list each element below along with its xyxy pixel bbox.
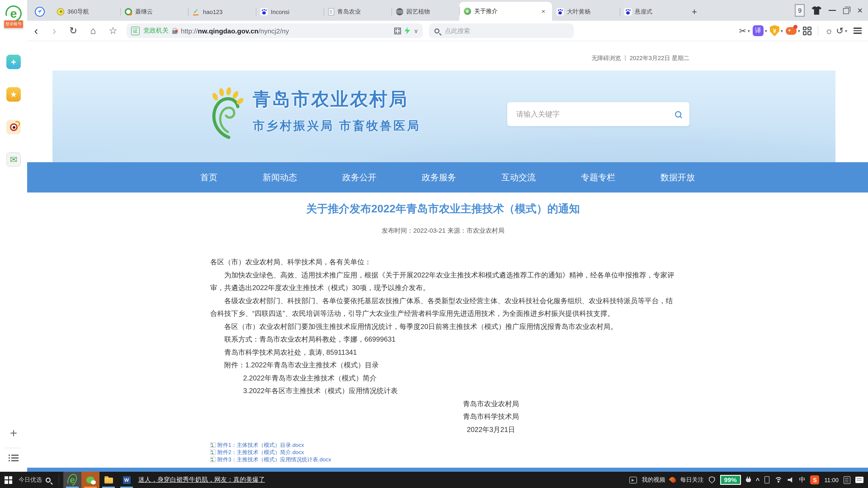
game-tool[interactable]: ▾ — [786, 27, 800, 35]
my-videos-label[interactable]: 我的视频 — [642, 476, 665, 484]
phone-link-icon[interactable] — [765, 476, 770, 484]
minimize-button[interactable] — [829, 6, 837, 14]
site-search-box[interactable] — [507, 102, 689, 126]
apps-grid-icon[interactable] — [803, 26, 811, 35]
article-paragraph: 各级农业农村部门、科技部门、各单位要依托基层农技推广体系、各类新型农业经营主体、… — [210, 294, 676, 320]
qr-code-icon[interactable] — [395, 27, 401, 34]
address-dropdown-icon[interactable]: ∨ — [414, 27, 418, 34]
bookmark-star-button[interactable]: ☆ — [103, 25, 123, 36]
notes-icon[interactable] — [844, 476, 850, 484]
site-search-input[interactable] — [515, 109, 675, 119]
tab-title: 悬崖式 — [635, 8, 683, 16]
attachment-link[interactable]: 附件2：主推技术（模式）简介.docx — [217, 449, 304, 456]
tab-favicon — [260, 8, 268, 15]
battery-widget[interactable]: 99% — [720, 475, 741, 485]
my-videos-icon[interactable]: ▶ — [629, 477, 637, 483]
sidebar-add-button[interactable]: + — [10, 426, 18, 442]
flame-icon[interactable] — [669, 476, 677, 484]
money-shield-icon: ¥ — [770, 25, 779, 36]
site-brand[interactable]: 青岛市农业农村局 市乡村振兴局 市畜牧兽医局 — [202, 87, 421, 141]
site-navbar: 首页新闻动态政务公开政务服务互动交流专题专栏数据开放 — [27, 162, 868, 193]
address-bar[interactable]: 证 党政机关 http://nw.qingdao.gov.cn/nyncj2/n… — [127, 24, 423, 38]
sidebar-list-button[interactable] — [8, 455, 19, 462]
weibo-icon[interactable] — [6, 120, 21, 134]
compass-icon — [35, 7, 45, 17]
translate-tool[interactable]: 译▾ — [753, 25, 767, 36]
attachment-link[interactable]: 附件1：主体技术（模式）目录.docx — [217, 441, 304, 449]
article-paragraph: 为加快农业绿色、高效、适用技术推广应用，根据《关于开展2022年农业主推技术和模… — [210, 269, 676, 294]
new-tab-button[interactable]: + — [688, 3, 701, 21]
browser-tab[interactable]: Inconsi — [256, 3, 324, 21]
menu-icon[interactable] — [854, 28, 862, 34]
home-button[interactable]: ⌂ — [83, 25, 103, 36]
browser-tab[interactable]: 360导航 — [53, 3, 120, 21]
restore-button[interactable] — [843, 7, 850, 14]
shopping-protect-tool[interactable]: ¥▾ — [770, 25, 783, 36]
nav-item[interactable]: 政务服务 — [422, 171, 456, 183]
taskbar-app-word[interactable]: W — [118, 472, 135, 488]
nav-item[interactable]: 政务公开 — [342, 171, 377, 183]
site-logo — [202, 87, 245, 141]
game-center-icon[interactable]: + — [6, 55, 21, 69]
power-plug-icon[interactable] — [746, 477, 751, 483]
tab-bar: 360导航 聂继云 hao123 Inconsi 青岛农业 园艺植物 — [27, 0, 868, 21]
browser-tab[interactable]: 园艺植物 — [392, 3, 459, 21]
site-search-icon[interactable] — [675, 111, 681, 117]
sogou-input-icon[interactable]: S — [810, 475, 819, 484]
browser-sidebar: e 登录账号 + ★ ✉ + — [0, 0, 27, 472]
browser-tab[interactable]: 青岛农业 — [324, 3, 392, 21]
tab-favicon — [624, 8, 631, 15]
accessibility-link[interactable]: 无障碍浏览 — [592, 54, 621, 62]
security-shield-icon[interactable] — [709, 476, 715, 484]
recently-closed-tool[interactable]: ↺▾ — [836, 25, 847, 36]
volume-icon[interactable] — [788, 477, 794, 483]
tab-close-icon[interactable]: × — [539, 7, 548, 15]
toolbar-search-box[interactable] — [429, 24, 574, 38]
tray-expand-icon[interactable]: ^ — [756, 476, 760, 484]
nav-item[interactable]: 互动交流 — [501, 171, 536, 183]
theme-skin-icon[interactable] — [812, 6, 822, 15]
notification-icon[interactable] — [855, 477, 864, 483]
pinned-tab-navigation[interactable] — [27, 3, 53, 21]
taskbar-app-explorer[interactable] — [99, 472, 118, 488]
brightness-icon[interactable]: ☼ — [825, 25, 833, 36]
daily-focus-label[interactable]: 每日关注 — [680, 476, 704, 484]
ime-indicator[interactable]: 中 — [799, 476, 805, 484]
taskbar-app-360browser[interactable]: e — [63, 472, 81, 488]
attachment-row: 附件2：主推技术（模式）简介.docx — [210, 449, 676, 456]
taskbar-search-label[interactable]: 今日优选 — [19, 476, 42, 484]
nav-item[interactable]: 首页 — [200, 171, 217, 183]
browser-tab[interactable]: 关于推介 × — [459, 2, 552, 21]
browser-toolbar: ‹ › ↻ ⌂ ☆ 证 党政机关 http://nw.qingdao.gov.c… — [27, 21, 868, 41]
wifi-icon[interactable] — [775, 477, 783, 483]
windows-start-button[interactable] — [4, 476, 12, 484]
back-button[interactable]: ‹ — [27, 25, 45, 37]
nav-item[interactable]: 新闻动态 — [263, 171, 297, 183]
browser-tab[interactable]: 大叶黄杨 — [552, 3, 620, 21]
refresh-button[interactable]: ↻ — [63, 25, 83, 36]
tab-count-badge[interactable]: 9 — [795, 4, 805, 17]
nav-item[interactable]: 专题专栏 — [581, 171, 615, 183]
news-headline[interactable]: 迷人，身穿白裙秀牛奶肌，网友：真的美爆了 — [138, 476, 265, 484]
site-header-banner: 青岛市农业农村局 市乡村振兴局 市畜牧兽医局 — [53, 70, 835, 162]
toolbar-divider — [818, 25, 818, 36]
browser-tab[interactable]: hao123 — [188, 3, 256, 21]
taskbar-clock[interactable]: 11:00 — [825, 477, 839, 483]
browser-tab[interactable]: 聂继云 — [120, 3, 188, 21]
mail-icon[interactable]: ✉ — [6, 152, 21, 167]
tab-favicon — [125, 8, 132, 15]
browser-tab[interactable]: 悬崖式 — [620, 3, 688, 21]
attachment-link[interactable]: 附件3：主推技术（模式）应用情况统计表.docx — [217, 456, 331, 463]
screenshot-tool[interactable]: ✂▾ — [739, 26, 750, 36]
favorites-icon[interactable]: ★ — [6, 87, 21, 102]
taskbar-app-wechat[interactable] — [81, 472, 99, 488]
taskbar-search-icon[interactable] — [46, 477, 51, 482]
tab-title: 园艺植物 — [406, 8, 455, 16]
tab-favicon — [193, 8, 200, 15]
speed-bolt-icon[interactable] — [405, 27, 410, 34]
nav-item[interactable]: 数据开放 — [660, 171, 695, 183]
toolbar-search-input[interactable] — [444, 27, 568, 35]
forward-button[interactable]: › — [45, 25, 63, 37]
topbar-divider — [625, 54, 626, 62]
close-window-button[interactable]: × — [857, 6, 863, 15]
